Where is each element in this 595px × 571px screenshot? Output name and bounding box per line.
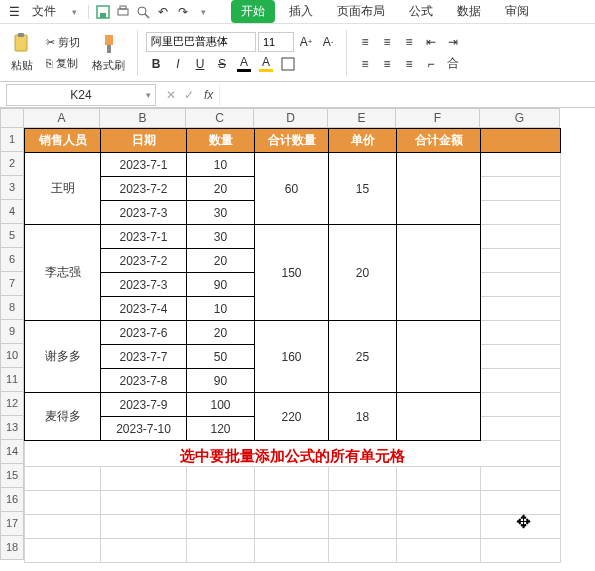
row-header[interactable]: 14	[0, 440, 24, 464]
underline-button[interactable]: U	[190, 54, 210, 74]
cell[interactable]	[397, 539, 481, 563]
tab-formula[interactable]: 公式	[399, 0, 443, 23]
row-header[interactable]: 10	[0, 344, 24, 368]
font-decrease-button[interactable]: A-	[318, 32, 338, 52]
cell[interactable]	[481, 249, 561, 273]
tab-insert[interactable]: 插入	[279, 0, 323, 23]
cell[interactable]	[255, 491, 329, 515]
cell[interactable]	[329, 491, 397, 515]
cell[interactable]	[481, 273, 561, 297]
cell[interactable]	[481, 393, 561, 417]
confirm-icon[interactable]: ✓	[180, 88, 198, 102]
cell[interactable]: 160	[255, 321, 329, 393]
col-header[interactable]: D	[254, 108, 328, 128]
col-header[interactable]: A	[24, 108, 100, 128]
strike-button[interactable]: S	[212, 54, 232, 74]
cell[interactable]	[397, 225, 481, 321]
font-size-select[interactable]	[258, 32, 294, 52]
align-center-button[interactable]: ≡	[377, 54, 397, 74]
col-header[interactable]: B	[100, 108, 186, 128]
cell[interactable]: 日期	[101, 129, 187, 153]
border-button[interactable]	[278, 54, 298, 74]
cell[interactable]	[187, 539, 255, 563]
cell[interactable]	[101, 491, 187, 515]
cell[interactable]: 数量	[187, 129, 255, 153]
cell[interactable]: 2023-7-4	[101, 297, 187, 321]
cell[interactable]: 90	[187, 369, 255, 393]
bold-button[interactable]: B	[146, 54, 166, 74]
cell[interactable]	[187, 491, 255, 515]
row-header[interactable]: 17	[0, 512, 24, 536]
cell[interactable]	[255, 515, 329, 539]
menu-icon[interactable]: ☰	[6, 4, 22, 20]
row-header[interactable]: 8	[0, 296, 24, 320]
tab-layout[interactable]: 页面布局	[327, 0, 395, 23]
cell[interactable]	[329, 539, 397, 563]
font-increase-button[interactable]: A+	[296, 32, 316, 52]
cell[interactable]: 25	[329, 321, 397, 393]
align-bottom-button[interactable]: ≡	[399, 32, 419, 52]
cell[interactable]	[481, 225, 561, 249]
cut-button[interactable]: ✂剪切	[42, 33, 84, 52]
cell[interactable]	[255, 467, 329, 491]
cell[interactable]	[397, 467, 481, 491]
cell[interactable]	[481, 467, 561, 491]
col-header[interactable]: F	[396, 108, 480, 128]
cell[interactable]: 100	[187, 393, 255, 417]
cell[interactable]: 麦得多	[25, 393, 101, 441]
cell[interactable]	[397, 153, 481, 225]
format-painter-button[interactable]: 格式刷	[88, 30, 129, 75]
cell[interactable]	[329, 515, 397, 539]
cell[interactable]	[481, 177, 561, 201]
cell[interactable]	[25, 515, 101, 539]
cell[interactable]	[25, 491, 101, 515]
col-header[interactable]: E	[328, 108, 396, 128]
align-right-button[interactable]: ≡	[399, 54, 419, 74]
cell[interactable]: 李志强	[25, 225, 101, 321]
tab-start[interactable]: 开始	[231, 0, 275, 23]
align-left-button[interactable]: ≡	[355, 54, 375, 74]
cell[interactable]: 2023-7-3	[101, 273, 187, 297]
row-header[interactable]: 2	[0, 152, 24, 176]
row-header[interactable]: 6	[0, 248, 24, 272]
cell[interactable]: 220	[255, 393, 329, 441]
cell[interactable]: 2023-7-1	[101, 225, 187, 249]
preview-icon[interactable]	[135, 4, 151, 20]
fill-color-button[interactable]: A	[256, 54, 276, 74]
cell[interactable]: 销售人员	[25, 129, 101, 153]
row-header[interactable]: 3	[0, 176, 24, 200]
cell[interactable]: 10	[187, 153, 255, 177]
font-color-button[interactable]: A	[234, 54, 254, 74]
redo-icon[interactable]: ↷	[175, 4, 191, 20]
cell[interactable]	[481, 153, 561, 177]
indent-increase-button[interactable]: ⇥	[443, 32, 463, 52]
cell[interactable]: 60	[255, 153, 329, 225]
row-header[interactable]: 12	[0, 392, 24, 416]
print-icon[interactable]	[115, 4, 131, 20]
italic-button[interactable]: I	[168, 54, 188, 74]
cell[interactable]	[481, 369, 561, 393]
copy-button[interactable]: ⎘复制	[42, 54, 84, 73]
cell[interactable]	[101, 515, 187, 539]
row-header[interactable]: 4	[0, 200, 24, 224]
cell[interactable]: 90	[187, 273, 255, 297]
chevron-down-icon[interactable]: ▾	[195, 4, 211, 20]
cell[interactable]: 18	[329, 393, 397, 441]
cell[interactable]: 谢多多	[25, 321, 101, 393]
row-header[interactable]: 16	[0, 488, 24, 512]
undo-icon[interactable]: ↶	[155, 4, 171, 20]
cell[interactable]	[101, 539, 187, 563]
cell[interactable]: 20	[187, 177, 255, 201]
cell[interactable]: 50	[187, 345, 255, 369]
chevron-down-icon[interactable]: ▾	[146, 90, 151, 100]
cell[interactable]: 150	[255, 225, 329, 321]
col-header[interactable]: C	[186, 108, 254, 128]
cell[interactable]: 2023-7-3	[101, 201, 187, 225]
wrap-button[interactable]: ⌐	[421, 54, 441, 74]
file-menu[interactable]: 文件	[26, 1, 62, 22]
row-header[interactable]: 9	[0, 320, 24, 344]
cell[interactable]	[255, 539, 329, 563]
align-middle-button[interactable]: ≡	[377, 32, 397, 52]
cell[interactable]: 30	[187, 201, 255, 225]
cell[interactable]: 王明	[25, 153, 101, 225]
